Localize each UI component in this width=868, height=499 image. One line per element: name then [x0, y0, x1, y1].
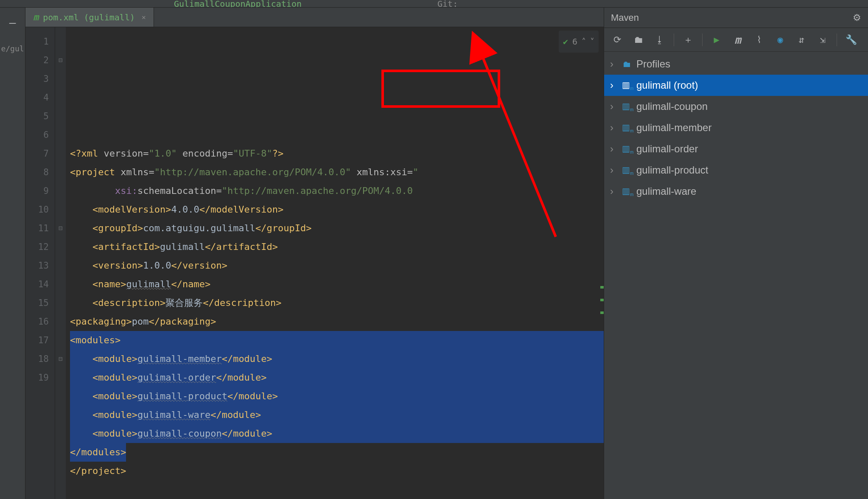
- show-dependencies-icon[interactable]: ⇵: [792, 31, 810, 48]
- line-number: 13: [25, 256, 49, 275]
- code-line: <modules>: [70, 331, 604, 350]
- fold-toggle-icon[interactable]: ⊟: [55, 51, 66, 70]
- fold-toggle-icon[interactable]: ⊟: [55, 219, 66, 238]
- tree-item-label: gulimall-coupon: [636, 101, 708, 112]
- toolbar-separator: [674, 34, 674, 46]
- line-number-gutter: 12345678910111213141516171819: [25, 27, 55, 499]
- line-number: 15: [25, 294, 49, 312]
- maven-toolbar: ⟳ 🖿 ⭳ ＋ ▶ m ⌇ ◉ ⇵ ⇲ 🔧: [604, 28, 868, 52]
- next-highlight-icon[interactable]: ˅: [590, 32, 594, 51]
- maven-module-icon: ▥m: [622, 186, 632, 197]
- line-number: 7: [25, 144, 49, 163]
- left-tool-stripe: — e/gul: [0, 8, 25, 499]
- maven-tree-item[interactable]: ›▥mgulimall-member: [604, 117, 868, 138]
- tree-item-label: Profiles: [636, 58, 670, 70]
- tab-label: pom.xml (gulimall): [43, 12, 135, 22]
- execute-goal-icon[interactable]: m: [729, 31, 747, 48]
- chevron-right-icon[interactable]: ›: [610, 164, 618, 176]
- maven-tree-item[interactable]: ›🖿Profiles: [604, 53, 868, 75]
- maven-panel-header: Maven ⚙: [604, 8, 868, 28]
- inspection-widget[interactable]: ✔ 6 ˄ ˅: [559, 31, 599, 53]
- fold-spacer: [55, 144, 66, 163]
- maven-panel: Maven ⚙ ⟳ 🖿 ⭳ ＋ ▶ m ⌇ ◉ ⇵ ⇲ 🔧 ›🖿Profiles…: [604, 8, 868, 499]
- fold-spacer: [55, 70, 66, 88]
- line-number: 5: [25, 107, 49, 126]
- code-line: </modules>: [70, 443, 604, 462]
- chevron-right-icon[interactable]: ›: [610, 143, 618, 155]
- chevron-right-icon[interactable]: ›: [610, 101, 618, 112]
- line-number: 12: [25, 238, 49, 256]
- prev-highlight-icon[interactable]: ˄: [582, 32, 586, 51]
- line-number: 19: [25, 368, 49, 387]
- fold-spacer: [55, 163, 66, 182]
- check-icon: ✔: [563, 32, 568, 51]
- line-number: 4: [25, 88, 49, 107]
- breadcrumb-fragment: e/gul: [0, 42, 27, 56]
- inspection-count: 6: [572, 32, 577, 51]
- toggle-offline-icon[interactable]: ⌇: [750, 31, 768, 48]
- fold-spacer: [55, 200, 66, 219]
- code-line: </project>: [70, 462, 604, 480]
- editor-column: m pom.xml (gulimall) ✕ 12345678910111213…: [25, 8, 604, 499]
- line-number: 16: [25, 312, 49, 331]
- code-line: <description>聚合服务</description>: [70, 294, 604, 312]
- fold-spacer: [55, 312, 66, 331]
- run-config-label[interactable]: GulimallCouponApplication: [174, 0, 302, 8]
- close-tab-icon[interactable]: ✕: [142, 13, 146, 21]
- fold-spacer: [55, 275, 66, 294]
- maven-tree-item[interactable]: ›▥mgulimall-coupon: [604, 96, 868, 117]
- maven-tree-item[interactable]: ›▥mgulimall-order: [604, 138, 868, 160]
- maven-tree[interactable]: ›🖿Profiles›▥mgulimall (root)›▥mgulimall-…: [604, 52, 868, 499]
- toggle-skip-tests-icon[interactable]: ◉: [771, 31, 789, 48]
- maven-tree-item[interactable]: ›▥mgulimall-product: [604, 160, 868, 181]
- toolbar-separator: [702, 34, 703, 46]
- generate-sources-icon[interactable]: 🖿: [630, 31, 647, 48]
- maven-module-icon: ▥m: [622, 143, 632, 154]
- line-number: 17: [25, 331, 49, 350]
- code-line: <module>gulimall-order</module>: [70, 368, 604, 387]
- fold-spacer: [55, 238, 66, 256]
- profiles-icon: 🖿: [622, 59, 632, 69]
- add-project-icon[interactable]: ＋: [679, 31, 697, 48]
- line-number: 2: [25, 51, 49, 70]
- code-line: <module>gulimall-ware</module>: [70, 406, 604, 424]
- chevron-right-icon[interactable]: ›: [610, 185, 618, 197]
- line-number: 6: [25, 126, 49, 144]
- gear-icon[interactable]: ⚙: [853, 12, 861, 23]
- minimize-icon[interactable]: —: [9, 16, 16, 29]
- line-number: 11: [25, 219, 49, 238]
- maven-tree-item[interactable]: ›▥mgulimall-ware: [604, 181, 868, 202]
- code-area[interactable]: ✔ 6 ˄ ˅ <?xml version="1.0" encoding="UT…: [66, 27, 604, 499]
- maven-module-icon: ▥m: [622, 101, 632, 112]
- maven-settings-icon[interactable]: 🔧: [842, 31, 860, 48]
- code-line: <module>gulimall-member</module>: [70, 350, 604, 368]
- editor-tab[interactable]: m pom.xml (gulimall) ✕: [25, 8, 154, 27]
- code-line: <artifactId>gulimall</artifactId>: [70, 238, 604, 256]
- run-icon[interactable]: ▶: [708, 31, 725, 48]
- maven-tree-item[interactable]: ›▥mgulimall (root): [604, 75, 868, 96]
- code-line: <version>1.0.0</version>: [70, 256, 604, 275]
- fold-toggle-icon[interactable]: ⊟: [55, 350, 66, 368]
- line-number: 14: [25, 275, 49, 294]
- chevron-right-icon[interactable]: ›: [610, 122, 618, 134]
- maven-module-icon: ▥m: [622, 122, 632, 133]
- maven-module-icon: ▥m: [622, 80, 632, 91]
- reload-icon[interactable]: ⟳: [608, 31, 626, 48]
- line-number: 9: [25, 182, 49, 200]
- tree-item-label: gulimall-order: [636, 143, 698, 155]
- git-label: Git:: [437, 0, 458, 8]
- code-line: <?xml version="1.0" encoding="UTF-8"?>: [70, 144, 604, 163]
- download-sources-icon[interactable]: ⭳: [651, 31, 669, 48]
- editor-tab-bar: m pom.xml (gulimall) ✕: [25, 8, 604, 27]
- tree-item-label: gulimall (root): [636, 79, 698, 91]
- code-line: <module>gulimall-coupon</module>: [70, 424, 604, 443]
- collapse-all-icon[interactable]: ⇲: [814, 31, 832, 48]
- fold-spacer: [55, 368, 66, 387]
- chevron-right-icon[interactable]: ›: [610, 58, 618, 70]
- fold-spacer: [55, 294, 66, 312]
- chevron-right-icon[interactable]: ›: [610, 79, 618, 91]
- line-number: 1: [25, 32, 49, 51]
- code-line: <packaging>pom</packaging>: [70, 312, 604, 331]
- fold-spacer: [55, 256, 66, 275]
- maven-title: Maven: [611, 12, 639, 23]
